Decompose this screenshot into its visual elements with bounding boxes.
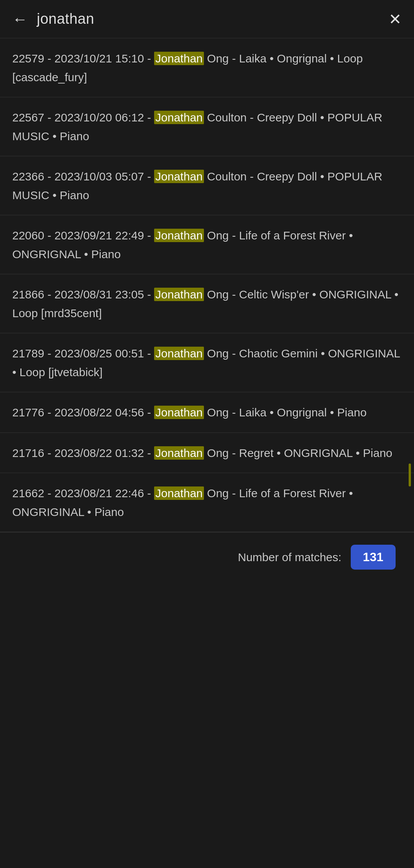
list-item[interactable]: 22579 - 2023/10/21 15:10 - Jonathan Ong … xyxy=(0,38,414,97)
highlight-term: Jonathan xyxy=(154,288,204,301)
highlight-term: Jonathan xyxy=(154,347,204,360)
highlight-term: Jonathan xyxy=(154,446,204,460)
result-text: 21866 - 2023/08/31 23:05 - Jonathan Ong … xyxy=(12,288,398,319)
list-item[interactable]: 22366 - 2023/10/03 05:07 - Jonathan Coul… xyxy=(0,156,414,215)
list-item[interactable]: 21789 - 2023/08/25 00:51 - Jonathan Ong … xyxy=(0,333,414,392)
result-text: 22579 - 2023/10/21 15:10 - Jonathan Ong … xyxy=(12,52,363,84)
list-item[interactable]: 22060 - 2023/09/21 22:49 - Jonathan Ong … xyxy=(0,215,414,274)
matches-label: Number of matches: xyxy=(238,551,342,564)
back-button[interactable]: ← xyxy=(12,11,28,27)
highlight-term: Jonathan xyxy=(154,406,204,419)
result-text: 22060 - 2023/09/21 22:49 - Jonathan Ong … xyxy=(12,229,353,260)
search-header: ← jonathan ✕ xyxy=(0,0,414,38)
results-list: 22579 - 2023/10/21 15:10 - Jonathan Ong … xyxy=(0,38,414,532)
list-item[interactable]: 21866 - 2023/08/31 23:05 - Jonathan Ong … xyxy=(0,274,414,333)
result-text: 21789 - 2023/08/25 00:51 - Jonathan Ong … xyxy=(12,347,400,378)
result-text: 22366 - 2023/10/03 05:07 - Jonathan Coul… xyxy=(12,170,382,201)
list-item[interactable]: 21662 - 2023/08/21 22:46 - Jonathan Ong … xyxy=(0,473,414,532)
highlight-term: Jonathan xyxy=(154,52,204,65)
highlight-term: Jonathan xyxy=(154,486,204,500)
highlight-term: Jonathan xyxy=(154,170,204,183)
matches-count: 131 xyxy=(351,545,396,570)
list-item[interactable]: 21716 - 2023/08/22 01:32 - Jonathan Ong … xyxy=(0,433,414,473)
highlight-term: Jonathan xyxy=(154,229,204,242)
footer: Number of matches: 131 xyxy=(0,532,414,582)
list-item[interactable]: 21776 - 2023/08/22 04:56 - Jonathan Ong … xyxy=(0,392,414,433)
footer-section: Number of matches: 131 xyxy=(0,532,414,582)
result-text: 21716 - 2023/08/22 01:32 - Jonathan Ong … xyxy=(12,446,393,460)
search-query-text: jonathan xyxy=(37,11,380,27)
close-button[interactable]: ✕ xyxy=(389,11,402,27)
scrollbar-indicator xyxy=(409,463,411,486)
result-text: 21776 - 2023/08/22 04:56 - Jonathan Ong … xyxy=(12,406,366,419)
highlight-term: Jonathan xyxy=(154,111,204,124)
list-item[interactable]: 22567 - 2023/10/20 06:12 - Jonathan Coul… xyxy=(0,97,414,156)
result-text: 21662 - 2023/08/21 22:46 - Jonathan Ong … xyxy=(12,486,353,518)
result-text: 22567 - 2023/10/20 06:12 - Jonathan Coul… xyxy=(12,111,382,142)
